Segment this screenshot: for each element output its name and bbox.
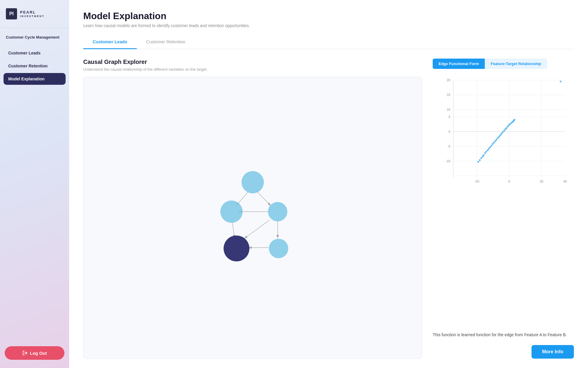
svg-text:0: 0	[449, 130, 450, 133]
main-content: Model Explanation Learn how causal model…	[69, 0, 588, 368]
svg-point-59	[507, 126, 509, 127]
svg-point-48	[493, 142, 495, 143]
svg-line-2	[256, 191, 270, 205]
svg-point-12	[269, 239, 288, 258]
svg-text:10: 10	[447, 108, 450, 111]
svg-point-55	[502, 131, 504, 133]
sidebar: PI PEARL INVESTMENT Customer Cycle Manag…	[0, 0, 69, 368]
tab-customer-retention[interactable]: Customer Retention	[137, 35, 195, 49]
svg-line-4	[232, 221, 234, 238]
svg-point-58	[506, 127, 507, 129]
more-info-button[interactable]: More Info	[532, 345, 574, 359]
sidebar-footer: Log Out	[0, 346, 69, 360]
svg-point-40	[483, 154, 484, 156]
svg-text:-20: -20	[474, 180, 479, 183]
svg-text:5: 5	[449, 115, 450, 119]
logo-text: PEARL INVESTMENT	[20, 10, 44, 18]
svg-point-45	[489, 146, 491, 148]
svg-point-10	[268, 202, 287, 221]
svg-text:15: 15	[447, 93, 450, 97]
svg-point-53	[499, 134, 501, 136]
svg-point-65	[514, 119, 515, 121]
sidebar-item-model-explanation[interactable]: Model Explanation	[4, 73, 66, 85]
svg-text:40: 40	[563, 180, 567, 183]
content-area: Causal Graph Explorer Understand the cau…	[69, 49, 588, 368]
logout-icon	[22, 350, 28, 356]
svg-text:-5: -5	[447, 145, 450, 148]
scatter-plot-svg: 20 15 10 5 0 -5 -10 -20 0 20 40	[433, 74, 574, 186]
chart-description: This function is learned function for th…	[433, 331, 574, 338]
svg-point-44	[488, 148, 490, 150]
svg-point-66	[560, 81, 562, 82]
svg-point-52	[498, 136, 500, 137]
svg-point-42	[485, 151, 487, 152]
svg-text:-10: -10	[446, 159, 450, 163]
svg-point-11	[224, 236, 249, 261]
sidebar-nav: Customer Leads Customer Retention Model …	[0, 47, 69, 346]
page-subtitle: Learn how causal models are formed to id…	[83, 23, 574, 28]
edge-functional-form-button[interactable]: Edge Functional Form	[433, 59, 485, 69]
app-title: Customer Cycle Management	[0, 35, 69, 47]
logout-label: Log Out	[30, 351, 47, 356]
svg-point-51	[497, 137, 499, 139]
graph-container[interactable]	[83, 77, 422, 359]
graph-section-subtitle: Understand the causal relationship of th…	[83, 67, 422, 72]
svg-text:0: 0	[508, 180, 510, 183]
svg-point-43	[487, 149, 489, 151]
graph-panel: Causal Graph Explorer Understand the cau…	[83, 59, 422, 359]
page-title: Model Explanation	[83, 11, 574, 21]
tabs-bar: Customer Leads Customer Retention	[83, 35, 574, 49]
svg-point-39	[482, 156, 484, 158]
svg-point-46	[491, 145, 492, 147]
svg-point-8	[241, 171, 264, 193]
svg-point-41	[484, 152, 486, 154]
scatter-chart: 20 15 10 5 0 -5 -10 -20 0 20 40	[433, 74, 574, 327]
svg-point-38	[480, 157, 482, 159]
feature-target-relationship-button[interactable]: Feature-Target Relationship	[485, 59, 547, 69]
main-header: Model Explanation Learn how causal model…	[69, 0, 588, 49]
svg-point-54	[501, 133, 502, 135]
logo-title: PEARL	[20, 10, 44, 15]
chart-panel: Edge Functional Form Feature-Target Rela…	[433, 59, 574, 359]
svg-line-5	[245, 220, 270, 238]
sidebar-item-customer-retention[interactable]: Customer Retention	[4, 60, 66, 72]
svg-point-47	[492, 143, 494, 145]
svg-point-36	[477, 161, 479, 163]
tab-customer-leads[interactable]: Customer Leads	[83, 35, 137, 49]
svg-point-37	[479, 159, 481, 161]
graph-section-title: Causal Graph Explorer	[83, 59, 422, 65]
logo-icon: PI	[6, 8, 17, 19]
logo-subtitle: INVESTMENT	[20, 15, 44, 18]
svg-point-56	[503, 130, 505, 132]
svg-text:20: 20	[447, 78, 450, 82]
svg-point-50	[496, 139, 497, 140]
chart-buttons: Edge Functional Form Feature-Target Rela…	[433, 59, 574, 69]
logo-area: PI PEARL INVESTMENT	[0, 8, 69, 28]
svg-point-61	[509, 123, 511, 125]
logout-button[interactable]: Log Out	[5, 346, 64, 360]
svg-point-9	[220, 200, 243, 223]
causal-graph-svg	[191, 162, 314, 273]
svg-point-49	[494, 140, 496, 142]
sidebar-item-customer-leads[interactable]: Customer Leads	[4, 47, 66, 59]
svg-text:20: 20	[540, 180, 543, 183]
